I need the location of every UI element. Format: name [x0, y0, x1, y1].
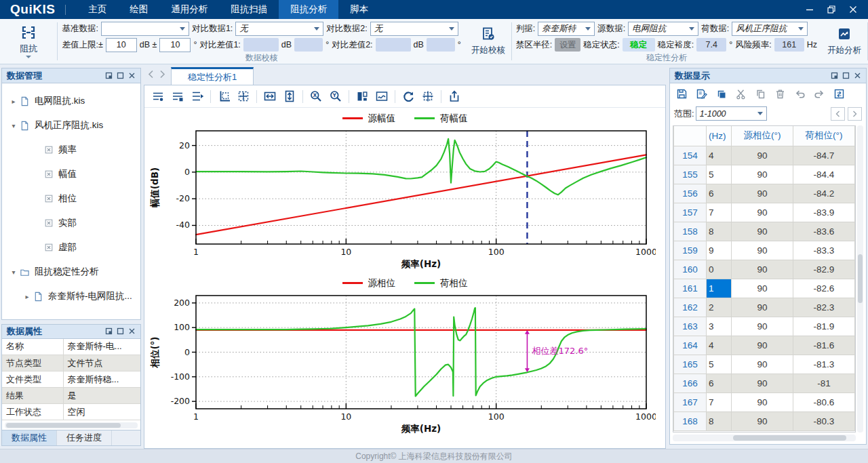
- cell-frequency[interactable]: 6: [707, 184, 732, 203]
- row-number[interactable]: 161: [674, 279, 707, 298]
- cell-frequency[interactable]: 8: [707, 411, 732, 430]
- horizontal-scrollbar[interactable]: [673, 435, 856, 441]
- export-icon[interactable]: [448, 89, 461, 103]
- cell-load-phase[interactable]: -84.4: [793, 165, 855, 184]
- save-icon[interactable]: [676, 88, 688, 100]
- tree-item[interactable]: 幅值: [3, 162, 139, 186]
- start-analysis-button[interactable]: 开始分析: [821, 19, 867, 64]
- property-row[interactable]: 名称奈奎斯特-电...: [2, 339, 140, 355]
- minimize-button[interactable]: [799, 1, 821, 18]
- expand-icon[interactable]: ▸: [9, 98, 18, 105]
- cell-load-phase[interactable]: -81: [793, 374, 855, 392]
- close-button[interactable]: [842, 1, 864, 18]
- legend-item[interactable]: 荷相位: [414, 277, 468, 289]
- row-number[interactable]: 160: [674, 260, 707, 279]
- delete-icon[interactable]: [774, 88, 786, 100]
- cell-load-phase[interactable]: -82.6: [793, 279, 855, 298]
- cell-load-phase[interactable]: -83.3: [793, 241, 855, 260]
- row-number[interactable]: 154: [674, 146, 707, 165]
- cell-source-phase[interactable]: 90: [732, 411, 793, 430]
- cell-load-phase[interactable]: -81.6: [793, 336, 855, 355]
- column-header[interactable]: [674, 126, 707, 146]
- tree-item[interactable]: ▾风机正序阻抗.kis: [3, 113, 139, 138]
- axes-reset-icon[interactable]: [217, 89, 231, 103]
- maximize-panel-button[interactable]: [117, 72, 124, 79]
- cell-source-phase[interactable]: 90: [732, 279, 793, 298]
- cut-icon[interactable]: [735, 88, 747, 100]
- cell-source-phase[interactable]: 90: [732, 260, 793, 279]
- row-number[interactable]: 156: [674, 184, 707, 203]
- tab-任务进度[interactable]: 任务进度: [57, 430, 112, 445]
- cell-source-phase[interactable]: 90: [732, 184, 793, 203]
- page-next-button[interactable]: [848, 107, 862, 121]
- cell-source-phase[interactable]: 90: [732, 355, 793, 374]
- cell-frequency[interactable]: 5: [707, 165, 732, 184]
- menu-item-通用分析[interactable]: 通用分析: [159, 0, 219, 19]
- row-number[interactable]: 168: [674, 411, 707, 430]
- cell-load-phase[interactable]: -81.3: [793, 355, 855, 374]
- row-number[interactable]: 162: [674, 298, 707, 317]
- tab-数据属性[interactable]: 数据属性: [2, 430, 57, 445]
- float-panel-button[interactable]: [105, 327, 113, 335]
- tab-prev-button[interactable]: [148, 70, 154, 81]
- tab-stability-analysis[interactable]: 稳定性分析1: [171, 67, 254, 85]
- cell-frequency[interactable]: 9: [707, 241, 732, 260]
- cell-load-phase[interactable]: -82.9: [793, 260, 855, 279]
- tree-item[interactable]: ▾阻抗稳定性分析: [3, 260, 139, 284]
- property-row[interactable]: 节点类型文件节点: [2, 355, 140, 371]
- compare1-select[interactable]: 无: [235, 22, 323, 36]
- cell-source-phase[interactable]: 90: [732, 374, 793, 392]
- layout-rows-icon[interactable]: [151, 89, 165, 103]
- row-number[interactable]: 158: [674, 222, 707, 241]
- horizontal-scrollbar[interactable]: [5, 422, 138, 428]
- source-data-select[interactable]: 电网阻抗: [628, 22, 698, 36]
- crosshair-icon[interactable]: [421, 89, 435, 103]
- fit-width-icon[interactable]: [263, 89, 277, 103]
- property-row[interactable]: 结果是: [2, 388, 140, 404]
- cell-frequency[interactable]: 5: [707, 355, 732, 374]
- compare2-select[interactable]: 无: [370, 22, 458, 36]
- diff-deg-input[interactable]: 10: [159, 38, 191, 52]
- cell-frequency[interactable]: 3: [707, 317, 732, 336]
- column-header[interactable]: 荷相位(°): [793, 126, 855, 146]
- cell-load-phase[interactable]: -80.6: [793, 392, 855, 411]
- menu-item-脚本[interactable]: 脚本: [338, 0, 380, 19]
- tree-item[interactable]: 相位: [3, 186, 139, 211]
- tab-next-button[interactable]: [159, 70, 165, 81]
- copy-icon[interactable]: [755, 88, 766, 100]
- collapse-icon[interactable]: ▾: [9, 268, 18, 276]
- cell-frequency[interactable]: 1: [707, 279, 732, 298]
- start-check-button[interactable]: 开始校核: [465, 19, 511, 64]
- tree-item[interactable]: 虚部: [3, 235, 139, 260]
- page-prev-button[interactable]: [831, 107, 845, 121]
- cell-source-phase[interactable]: 90: [732, 146, 793, 165]
- cell-load-phase[interactable]: -84.2: [793, 184, 855, 203]
- vertical-scrollbar[interactable]: [857, 125, 863, 432]
- cell-frequency[interactable]: 4: [707, 146, 732, 165]
- refresh-icon[interactable]: [401, 89, 415, 103]
- close-panel-button[interactable]: [854, 72, 861, 79]
- cell-frequency[interactable]: 6: [707, 374, 732, 392]
- cell-frequency[interactable]: 7: [707, 392, 732, 411]
- menu-item-主页[interactable]: 主页: [77, 0, 118, 19]
- curve-view-icon[interactable]: [375, 89, 389, 103]
- scrollbar-thumb[interactable]: [858, 254, 863, 303]
- close-panel-button[interactable]: [128, 327, 136, 335]
- impedance-menu-button[interactable]: 阻抗: [0, 19, 57, 64]
- cell-source-phase[interactable]: 90: [732, 203, 793, 222]
- row-number[interactable]: 167: [674, 392, 707, 411]
- cell-frequency[interactable]: 2: [707, 298, 732, 317]
- cell-source-phase[interactable]: 90: [732, 165, 793, 184]
- zoom-x-icon[interactable]: X: [309, 89, 323, 103]
- duplicate-icon[interactable]: [715, 88, 727, 100]
- restore-button[interactable]: [821, 1, 842, 18]
- criterion-select[interactable]: 奈奎斯特: [538, 22, 595, 36]
- range-select[interactable]: 1-1000: [696, 106, 767, 121]
- float-panel-button[interactable]: [831, 72, 838, 79]
- row-number[interactable]: 164: [674, 336, 707, 355]
- base-data-select[interactable]: [101, 22, 189, 36]
- load-data-select[interactable]: 风机正序阻抗: [732, 22, 808, 36]
- legend-item[interactable]: 源相位: [342, 277, 396, 289]
- cell-load-phase[interactable]: -82.3: [793, 298, 855, 317]
- move-view-icon[interactable]: [237, 89, 250, 103]
